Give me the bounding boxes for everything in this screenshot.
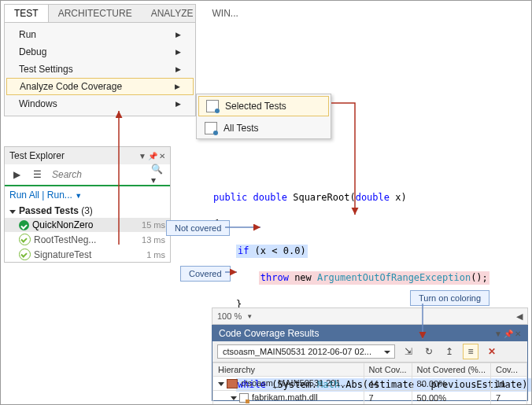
pass-icon <box>19 249 31 260</box>
menu-tabs: TEST ARCHITECTURE ANALYZE WIN... <box>5 5 195 23</box>
group-label: Passed Tests <box>19 205 79 216</box>
col-covered[interactable]: Cov... <box>491 363 527 377</box>
cell: 7 <box>491 391 527 405</box>
submenu-label: All Tests <box>224 123 258 134</box>
dropdown-icon[interactable]: ▼ <box>494 330 502 338</box>
chevron-right-icon: ▶ <box>175 48 181 56</box>
toggle-coloring-button[interactable]: ≡ <box>463 344 478 359</box>
import-icon[interactable]: ⇲ <box>401 344 416 359</box>
assembly-icon <box>227 379 238 388</box>
row-label: fabrikam.math.dll <box>252 392 318 402</box>
callout-covered: Covered <box>180 266 231 282</box>
test-explorer-panel: Test Explorer ▼ 📌 ✕ ▶ ☰ 🔍▾ Run All | Run… <box>4 146 171 263</box>
cell: 11 <box>491 377 527 391</box>
chevron-right-icon: ▶ <box>175 31 181 39</box>
col-not-covered-pct[interactable]: Not Covered (%... <box>412 363 490 377</box>
tab-analyze[interactable]: ANALYZE <box>142 5 203 22</box>
group-count: 3 <box>84 205 90 216</box>
pin-icon[interactable]: 📌 <box>504 330 513 338</box>
code-coverage-panel: Code Coverage Results ▼ 📌 ✕ ctsoasm_MAIN… <box>212 325 528 401</box>
close-icon[interactable]: ✕ <box>159 152 165 160</box>
menu-test-settings[interactable]: Test Settings▶ <box>5 61 195 78</box>
cell: 7 <box>364 391 412 405</box>
dll-icon <box>239 393 249 403</box>
test-row[interactable]: RootTestNeg... 13 ms <box>5 232 170 247</box>
menu-label: Debug <box>19 46 46 57</box>
panel-controls: ▼ 📌 ✕ <box>139 152 165 160</box>
cell: 44 <box>364 377 412 391</box>
run-icon[interactable]: ▶ <box>9 168 24 182</box>
test-run-links: Run All | Run... ▼ <box>5 186 170 204</box>
menu-label: Analyze Code Coverage <box>20 81 122 92</box>
zoom-value: 100 % <box>217 311 242 321</box>
chevron-down-icon[interactable]: ▼ <box>246 313 253 320</box>
delete-icon[interactable]: ✕ <box>485 344 499 359</box>
submenu-label: Selected Tests <box>225 101 286 112</box>
menu-bar: TEST ARCHITECTURE ANALYZE WIN... Run▶ De… <box>4 4 196 116</box>
test-time: 13 ms <box>142 235 165 245</box>
run-link[interactable]: Run... <box>47 190 72 201</box>
cell: 80.00% <box>412 377 490 391</box>
table-row[interactable]: fabrikam.math.dll 7 50.00% 7 <box>213 391 527 405</box>
submenu-all-tests[interactable]: All Tests <box>197 118 331 138</box>
submenu-coverage: Selected Tests All Tests <box>196 94 331 139</box>
nav-left-icon[interactable]: ◀ <box>516 311 523 322</box>
menu-windows[interactable]: Windows▶ <box>5 95 195 112</box>
dropdown-icon[interactable]: ▼ <box>139 152 146 160</box>
test-time: 1 ms <box>146 250 165 260</box>
test-group-passed[interactable]: Passed Tests (3) <box>5 204 170 218</box>
table-row[interactable]: ctsoasm_MAIN50531 201... 44 80.00% 11 <box>213 377 527 391</box>
callout-turn-on-coloring: Turn on coloring <box>410 290 490 306</box>
test-name: QuickNonZero <box>32 219 93 230</box>
test-time: 15 ms <box>142 220 165 230</box>
zoom-bar: 100 % ▼ ◀ <box>212 307 528 325</box>
coverage-table: Hierarchy Not Cov... Not Covered (%... C… <box>212 363 527 405</box>
expand-icon <box>9 210 16 214</box>
expand-icon <box>218 382 224 386</box>
menu-analyze-code-coverage[interactable]: Analyze Code Coverage▶ <box>6 78 194 95</box>
export-icon[interactable]: ↥ <box>442 344 456 359</box>
run-all-link[interactable]: Run All <box>9 190 39 201</box>
col-not-covered[interactable]: Not Cov... <box>364 363 412 377</box>
tab-window[interactable]: WIN... <box>202 5 247 22</box>
cell: 50.00% <box>412 391 490 405</box>
tab-test[interactable]: TEST <box>5 5 49 22</box>
chevron-right-icon: ▶ <box>175 65 181 73</box>
test-row[interactable]: QuickNonZero 15 ms <box>5 218 170 232</box>
chevron-right-icon: ▶ <box>175 100 181 108</box>
refresh-icon[interactable]: ↻ <box>422 344 436 359</box>
menu-debug[interactable]: Debug▶ <box>5 43 195 61</box>
menu-label: Windows <box>19 98 57 109</box>
row-label: ctsoasm_MAIN50531 201... <box>241 378 348 388</box>
flask-icon <box>206 100 219 112</box>
expand-icon <box>231 396 237 400</box>
menu-label: Run <box>19 29 36 40</box>
chevron-right-icon: ▶ <box>175 83 180 90</box>
pass-icon <box>19 234 31 245</box>
pin-icon[interactable]: 📌 <box>148 152 157 160</box>
group-icon[interactable]: ☰ <box>30 168 44 182</box>
test-name: SignatureTest <box>34 249 91 260</box>
coverage-run-combo[interactable]: ctsoasm_MAIN50531 2012-06-07 02... <box>217 344 395 359</box>
tab-architecture[interactable]: ARCHITECTURE <box>49 5 142 22</box>
search-icon[interactable]: 🔍▾ <box>151 168 165 182</box>
callout-not-covered: Not covered <box>166 220 230 236</box>
search-input[interactable] <box>50 168 145 181</box>
submenu-selected-tests[interactable]: Selected Tests <box>198 96 329 116</box>
flask-icon <box>205 122 217 134</box>
menu-run[interactable]: Run▶ <box>5 26 195 43</box>
close-icon[interactable]: ✕ <box>515 330 521 338</box>
panel-title: Test Explorer <box>9 150 65 161</box>
pass-icon <box>19 220 29 230</box>
panel-title: Code Coverage Results <box>219 328 319 339</box>
col-hierarchy[interactable]: Hierarchy <box>213 363 364 377</box>
menu-label: Test Settings <box>19 64 73 75</box>
test-name: RootTestNeg... <box>34 234 96 245</box>
test-row[interactable]: SignatureTest 1 ms <box>5 247 170 262</box>
